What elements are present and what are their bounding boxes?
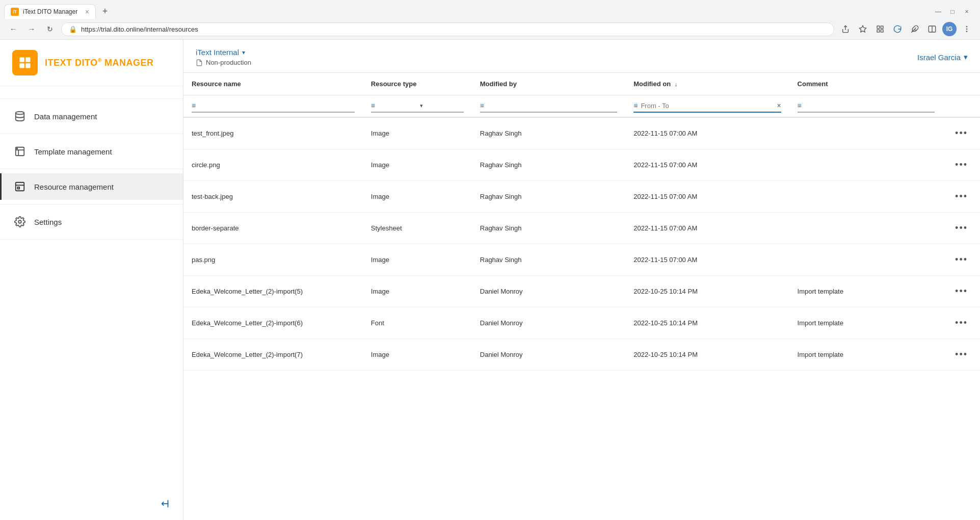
cell-comment-0 [789,117,943,149]
svg-rect-5 [881,30,883,32]
row-actions-button-7[interactable]: ••• [951,347,972,362]
reload-button[interactable]: ↻ [43,22,57,36]
filter-modified-on-input[interactable] [641,102,774,110]
row-actions-button-6[interactable]: ••• [951,316,972,330]
sync-icon[interactable] [890,22,905,36]
table-row: circle.pngImageRaghav Singh2022-11-15 07… [183,149,980,181]
cell-modified_on-4: 2022-11-15 07:00 AM [625,244,789,276]
sidebar-item-settings[interactable]: Settings [0,209,183,235]
cell-resource_type-1: Image [363,149,472,181]
cell-comment-6: Import template [789,307,943,339]
split-screen-icon[interactable] [925,22,939,36]
cell-modified_by-2: Raghav Singh [472,181,625,213]
cell-actions-4: ••• [943,244,980,276]
active-tab[interactable]: iT iText DITO Manager × [4,4,96,19]
new-tab-button[interactable]: + [98,5,112,19]
svg-point-19 [17,148,18,149]
row-actions-button-1[interactable]: ••• [951,158,972,172]
table-row: test_front.jpegImageRaghav Singh2022-11-… [183,117,980,149]
cell-modified_on-7: 2022-10-25 10:14 PM [625,339,789,371]
sidebar-item-resource-management[interactable]: Resource management [0,173,183,200]
sidebar-item-resource-management-label: Resource management [34,183,114,191]
cell-actions-5: ••• [943,276,980,307]
user-chevron: ▾ [964,53,968,62]
cell-resource_type-6: Font [363,307,472,339]
collapse-sidebar-button[interactable] [160,498,171,512]
filter-modified-on-cell: ≡ × [625,95,789,118]
cell-modified_by-6: Daniel Monroy [472,307,625,339]
filter-actions-cell [943,95,980,118]
toolbar-actions: IG [838,22,974,36]
puzzle-icon[interactable] [908,22,922,36]
workspace-selector[interactable]: iText Internal ▾ [196,48,251,57]
bookmark-icon[interactable] [856,22,870,36]
filter-modified-by-cell: ≡ [472,95,625,118]
filter-resource-type[interactable]: ≡ ▾ [371,99,464,113]
address-bar[interactable]: 🔒 [61,22,834,36]
column-resource-name: Resource name [183,73,363,95]
cell-modified_by-0: Raghav Singh [472,117,625,149]
svg-rect-4 [877,30,880,32]
maximize-button[interactable]: □ [947,7,958,17]
profile-avatar[interactable]: IG [942,22,957,36]
nav-divider-3 [0,204,183,204]
sort-desc-icon: ↓ [675,81,678,87]
back-button[interactable]: ← [6,22,20,36]
cell-modified_by-1: Raghav Singh [472,149,625,181]
close-tab-button[interactable]: × [85,8,89,16]
sidebar-item-data-management[interactable]: Data management [0,103,183,129]
filter-clear-button[interactable]: × [777,101,781,110]
filter-modified-by-input[interactable] [487,102,617,110]
row-actions-button-0[interactable]: ••• [951,126,972,141]
filter-icon-comment: ≡ [798,101,802,110]
table-body: test_front.jpegImageRaghav Singh2022-11-… [183,117,980,371]
user-menu[interactable]: Israel Garcia ▾ [917,53,968,62]
svg-rect-13 [20,58,24,62]
filter-resource-name-input[interactable] [199,102,355,110]
cell-modified_by-4: Raghav Singh [472,244,625,276]
column-modified-on[interactable]: Modified on ↓ [625,73,789,95]
cell-resource_type-0: Image [363,117,472,149]
sidebar-item-template-management[interactable]: Template management [0,138,183,165]
forward-button[interactable]: → [24,22,39,36]
menu-icon[interactable] [960,22,974,36]
nav-divider-2 [0,169,183,169]
filter-icon-resource-name: ≡ [192,101,196,110]
top-bar: iText Internal ▾ Non-production Israel G… [183,40,980,73]
nav-divider-4 [0,239,183,240]
filter-resource-type-input[interactable] [377,102,418,110]
filter-comment-cell: ≡ [789,95,943,118]
environment-label: Non-production [206,59,251,66]
sidebar-nav: Data management Template management Reso… [0,86,183,490]
url-input[interactable] [81,25,827,33]
cell-resource_name-1: circle.png [183,149,363,181]
filter-modified-on[interactable]: ≡ × [633,99,781,113]
resource-icon [14,180,26,193]
table-row: Edeka_Welcome_Letter_(2)-import(6)FontDa… [183,307,980,339]
filter-modified-by[interactable]: ≡ [480,99,617,113]
cell-actions-3: ••• [943,213,980,244]
app-title: ITEXT DITO® MANAGER [45,58,154,68]
document-icon [196,59,203,66]
row-actions-button-4[interactable]: ••• [951,252,972,267]
filter-resource-name[interactable]: ≡ [192,99,355,113]
row-actions-button-2[interactable]: ••• [951,189,972,204]
filter-resource-type-cell: ≡ ▾ [363,95,472,118]
share-icon[interactable] [838,22,853,36]
svg-rect-14 [25,58,30,62]
cell-resource_name-4: pas.png [183,244,363,276]
resources-table: Resource name Resource type Modified by … [183,73,980,371]
row-actions-button-5[interactable]: ••• [951,284,972,299]
extensions-icon[interactable] [873,22,887,36]
minimize-button[interactable]: — [933,7,943,17]
svg-rect-16 [25,63,30,68]
tab-bar: iT iText DITO Manager × + — □ × [0,0,980,19]
row-actions-button-3[interactable]: ••• [951,221,972,236]
svg-point-11 [966,29,967,30]
cell-modified_on-5: 2022-10-25 10:14 PM [625,276,789,307]
close-window-button[interactable]: × [962,7,972,17]
filter-comment-input[interactable] [805,102,935,110]
filter-comment[interactable]: ≡ [798,99,935,113]
cell-resource_name-6: Edeka_Welcome_Letter_(2)-import(6) [183,307,363,339]
app-container: ITEXT DITO® MANAGER Data management Temp… [0,40,980,520]
